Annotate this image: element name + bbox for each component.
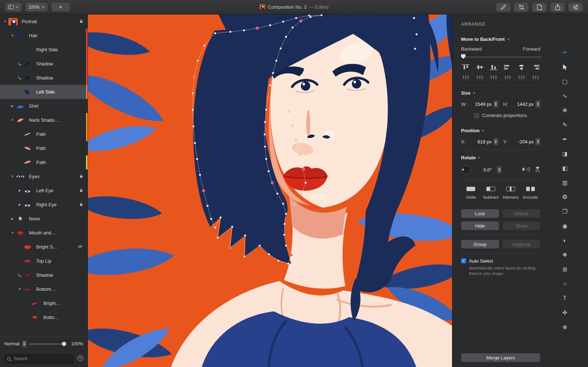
adjustments-button[interactable] bbox=[568, 3, 583, 12]
layer-row-left-side[interactable]: Left Side bbox=[0, 85, 88, 99]
layer-row-bottom[interactable]: ▼Bottom… bbox=[0, 282, 88, 296]
disclosure-open-icon[interactable]: ▼ bbox=[9, 232, 16, 234]
rotation-stepper[interactable] bbox=[497, 166, 502, 173]
style-tool[interactable]: ✑ bbox=[560, 46, 570, 60]
disclosure-open-icon[interactable]: ▼ bbox=[17, 288, 23, 291]
layer-row-nose[interactable]: ▶Nose bbox=[0, 212, 88, 226]
layer-row-bright[interactable]: Bright… bbox=[0, 296, 88, 310]
blend-mode-stepper[interactable] bbox=[22, 340, 27, 347]
filter-icon[interactable] bbox=[77, 355, 84, 363]
align-top-icon[interactable] bbox=[461, 64, 470, 70]
opacity-slider[interactable] bbox=[29, 341, 67, 346]
export-button[interactable] bbox=[532, 3, 547, 12]
clone-tool[interactable]: ❐ bbox=[560, 204, 570, 219]
layer-row-neck-shado[interactable]: ▼Neck Shado… bbox=[0, 113, 88, 127]
arrange-tool[interactable] bbox=[560, 60, 570, 74]
color-picker-tool[interactable]: ✜ bbox=[560, 306, 570, 320]
zoom-level-button[interactable]: 100% bbox=[25, 3, 48, 12]
layers-search-input[interactable] bbox=[4, 354, 74, 363]
exclude-button[interactable]: Exclude bbox=[520, 186, 540, 199]
zoom-tool[interactable]: ⊕ bbox=[560, 320, 570, 334]
shape-tool[interactable]: ○ bbox=[560, 277, 570, 291]
distribute-bottom-icon[interactable] bbox=[531, 74, 540, 81]
width-value[interactable]: 1549 px bbox=[469, 102, 494, 107]
flip-horizontal-icon[interactable] bbox=[522, 167, 530, 173]
layer-row-mouth-and[interactable]: ▼Mouth and… bbox=[0, 226, 88, 240]
crop-tool[interactable]: ⊞ bbox=[560, 262, 570, 277]
auto-select-checkbox[interactable]: ✓ bbox=[461, 258, 466, 263]
distribute-right-icon[interactable] bbox=[489, 74, 498, 81]
disclosure-closed-icon[interactable]: ▶ bbox=[17, 203, 23, 206]
subtract-button[interactable]: Subtract bbox=[481, 186, 501, 199]
disclosure-open-icon[interactable]: ▼ bbox=[9, 175, 16, 178]
layer-row-shadow[interactable]: Shadow bbox=[0, 268, 88, 282]
layer-row-top-lip[interactable]: Top Lip bbox=[0, 254, 88, 268]
lock-button[interactable]: Lock bbox=[461, 209, 499, 218]
hidden-eye-icon[interactable] bbox=[77, 244, 83, 250]
distribute-vcenter-icon[interactable] bbox=[517, 74, 526, 81]
intersect-button[interactable]: Intersect bbox=[501, 186, 521, 199]
hide-button[interactable]: Hide bbox=[461, 221, 499, 230]
erase-tool[interactable]: ◨ bbox=[560, 147, 570, 161]
distribute-top-icon[interactable] bbox=[503, 74, 512, 81]
add-button[interactable]: + bbox=[51, 3, 70, 12]
smart-select-tool[interactable]: ❉ bbox=[560, 103, 570, 118]
rotate-section-title[interactable]: Rotate bbox=[461, 155, 540, 160]
align-left-icon[interactable] bbox=[503, 64, 512, 70]
opacity-slider-knob[interactable] bbox=[62, 342, 66, 346]
layer-row-botto[interactable]: Botto… bbox=[0, 310, 88, 324]
pen-button[interactable] bbox=[496, 3, 511, 12]
y-stepper[interactable] bbox=[536, 138, 540, 145]
distribute-left-icon[interactable] bbox=[461, 74, 470, 81]
x-stepper[interactable] bbox=[494, 138, 498, 145]
layer-row-portrait[interactable]: ▼Portrait bbox=[0, 14, 88, 29]
height-value[interactable]: 1442 px bbox=[511, 102, 536, 107]
distort-tool[interactable]: ◉ bbox=[560, 219, 570, 233]
x-value[interactable]: 618 px bbox=[469, 139, 494, 144]
effects-tool[interactable]: ❖ bbox=[560, 248, 570, 262]
size-section-title[interactable]: Size bbox=[461, 90, 540, 96]
distribute-hcenter-icon[interactable] bbox=[475, 74, 485, 81]
fill-tool[interactable]: ◧ bbox=[560, 161, 570, 176]
canvas-artwork[interactable] bbox=[88, 14, 452, 367]
ungroup-button[interactable]: Ungroup bbox=[503, 240, 541, 249]
crop-button[interactable] bbox=[514, 3, 529, 12]
merge-layers-button[interactable]: Merge Layers bbox=[461, 353, 540, 362]
align-vcenter-icon[interactable] bbox=[475, 64, 485, 70]
disclosure-closed-icon[interactable]: ▶ bbox=[9, 217, 16, 220]
align-hcenter-icon[interactable] bbox=[517, 64, 526, 70]
height-stepper[interactable] bbox=[536, 100, 540, 108]
move-section-title[interactable]: Move to Back/Front bbox=[461, 36, 540, 42]
layer-row-shadow[interactable]: Shadow bbox=[0, 57, 88, 71]
layer-row-hair[interactable]: ▼Hair bbox=[0, 29, 88, 43]
stack-order-slider-knob[interactable] bbox=[461, 54, 465, 59]
flip-vertical-icon[interactable] bbox=[535, 167, 540, 173]
disclosure-open-icon[interactable]: ▼ bbox=[9, 119, 16, 122]
blend-mode-value[interactable]: Normal bbox=[4, 341, 20, 346]
gradient-tool[interactable]: ▥ bbox=[560, 176, 570, 190]
layer-row-path[interactable]: Path bbox=[0, 141, 88, 155]
layer-row-eyes[interactable]: ▼Eyes bbox=[0, 169, 88, 184]
disclosure-closed-icon[interactable]: ▶ bbox=[17, 189, 23, 192]
share-button[interactable] bbox=[550, 3, 565, 12]
position-section-title[interactable]: Position bbox=[461, 128, 540, 133]
layer-row-right-eye[interactable]: ▶Right Eye bbox=[0, 198, 88, 212]
disclosure-open-icon[interactable]: ▼ bbox=[2, 20, 8, 23]
unlock-button[interactable]: Unlock bbox=[503, 209, 541, 218]
layer-row-shadow[interactable]: Shadow bbox=[0, 71, 88, 85]
layer-row-left-eye[interactable]: ▶Left Eye bbox=[0, 184, 88, 198]
paint-tool[interactable]: ✎ bbox=[560, 118, 570, 132]
layer-row-right-side[interactable]: Right Side bbox=[0, 43, 88, 57]
constrain-proportions-checkbox[interactable] bbox=[474, 113, 479, 118]
width-stepper[interactable] bbox=[494, 100, 498, 108]
show-button[interactable]: Show bbox=[503, 221, 541, 230]
canvas-area[interactable] bbox=[88, 14, 452, 367]
rotation-value[interactable]: 0.0° bbox=[474, 167, 494, 173]
stack-order-slider[interactable] bbox=[461, 54, 540, 60]
layer-row-shirt[interactable]: ▶Shirt bbox=[0, 99, 88, 113]
group-button[interactable]: Group bbox=[461, 240, 499, 249]
disclosure-closed-icon[interactable]: ▶ bbox=[9, 105, 16, 108]
pen-tool[interactable]: ✒ bbox=[560, 132, 570, 147]
adjust-colors-tool[interactable]: ◐ bbox=[560, 233, 570, 248]
disclosure-open-icon[interactable]: ▼ bbox=[9, 34, 16, 37]
